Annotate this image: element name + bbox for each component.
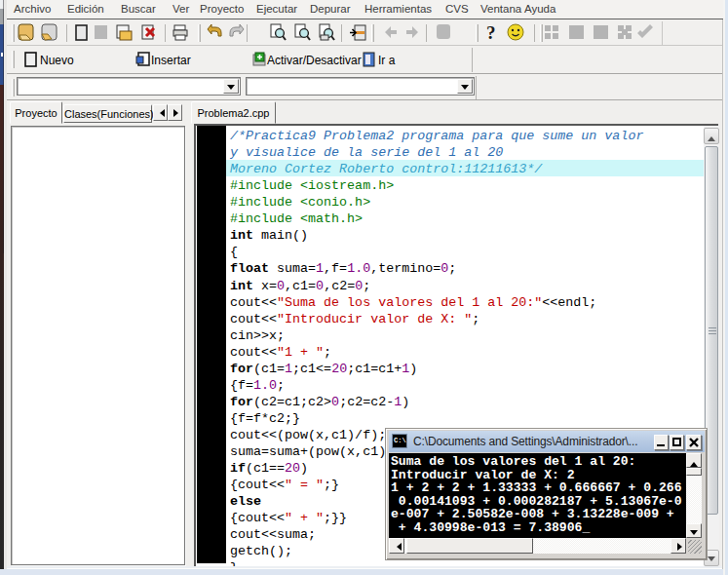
svg-text:?: ? — [486, 23, 496, 43]
